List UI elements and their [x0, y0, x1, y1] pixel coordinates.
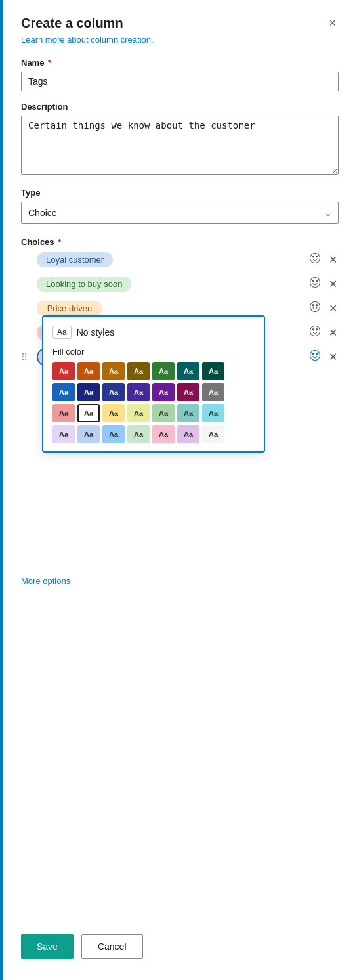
- svg-point-4: [312, 280, 314, 282]
- color-swatch[interactable]: Aa: [77, 362, 100, 380]
- name-input[interactable]: [21, 72, 339, 91]
- name-field-group: Name *: [21, 58, 339, 102]
- type-label: Type: [21, 188, 339, 198]
- color-swatch[interactable]: Aa: [102, 383, 125, 401]
- color-swatch[interactable]: Aa: [202, 362, 224, 380]
- delete-choice-button[interactable]: ✕: [327, 252, 339, 267]
- color-swatch[interactable]: Aa: [102, 404, 125, 422]
- color-swatch[interactable]: Aa: [52, 383, 75, 401]
- delete-choice-button[interactable]: ✕: [327, 349, 339, 365]
- type-field-group: Type Choice Text Number Date Person ⌄: [21, 188, 339, 224]
- choice-actions: ✕: [308, 275, 339, 293]
- color-swatch[interactable]: Aa: [202, 383, 224, 401]
- color-swatch[interactable]: Aa: [127, 404, 150, 422]
- color-swatch[interactable]: Aa: [127, 383, 150, 401]
- color-swatch[interactable]: Aa: [52, 362, 75, 380]
- svg-point-5: [316, 280, 318, 282]
- color-swatch[interactable]: Aa: [177, 404, 200, 422]
- color-swatch[interactable]: Aa: [77, 425, 100, 443]
- color-swatch[interactable]: Aa: [177, 383, 200, 401]
- color-swatch[interactable]: Aa: [177, 425, 200, 443]
- color-swatch[interactable]: Aa: [102, 425, 125, 443]
- svg-point-10: [312, 329, 314, 330]
- color-row: Aa Aa Aa Aa Aa Aa Aa: [52, 404, 255, 422]
- fill-color-label: Fill color: [52, 347, 255, 357]
- svg-point-7: [312, 305, 314, 306]
- drag-handle-icon[interactable]: ⠿: [21, 352, 30, 363]
- color-swatch[interactable]: Aa: [102, 362, 125, 380]
- svg-point-11: [316, 329, 318, 330]
- color-grid: Aa Aa Aa Aa Aa Aa Aa Aa Aa Aa Aa Aa Aa A…: [52, 362, 255, 443]
- choices-section: Choices * ⠿ Loyal customer ✕ ⠿ Looking t…: [21, 237, 339, 366]
- choice-row: ⠿ Price driven ✕: [21, 300, 339, 317]
- palette-icon-button[interactable]: [308, 251, 322, 269]
- color-swatch[interactable]: Aa: [202, 425, 224, 443]
- type-select-wrapper: Choice Text Number Date Person ⌄: [21, 202, 339, 224]
- color-swatch[interactable]: Aa: [177, 362, 200, 380]
- palette-icon-button[interactable]: [308, 275, 322, 293]
- choice-tag[interactable]: Looking to buy soon: [37, 277, 131, 292]
- panel-title: Create a column: [21, 16, 123, 31]
- choice-tag[interactable]: Loyal customer: [37, 252, 113, 267]
- color-swatch[interactable]: Aa: [152, 404, 175, 422]
- svg-point-8: [316, 305, 318, 306]
- choice-tag[interactable]: Price driven: [37, 301, 102, 316]
- choice-row: ⠿ Loyal customer ✕: [21, 251, 339, 269]
- svg-point-2: [316, 256, 318, 257]
- no-styles-label: No styles: [77, 327, 115, 338]
- panel-header: Create a column ×: [21, 16, 339, 31]
- color-swatch[interactable]: Aa: [77, 383, 100, 401]
- svg-point-14: [316, 353, 318, 355]
- name-label: Name *: [21, 58, 339, 68]
- cancel-button[interactable]: Cancel: [81, 934, 143, 959]
- delete-choice-button[interactable]: ✕: [327, 277, 339, 292]
- choice-actions: ✕: [308, 251, 339, 269]
- bottom-actions: Save Cancel: [21, 934, 143, 959]
- svg-point-1: [312, 256, 314, 257]
- color-swatch[interactable]: Aa: [127, 362, 150, 380]
- svg-point-9: [310, 326, 320, 336]
- svg-point-3: [310, 278, 320, 288]
- svg-point-0: [310, 254, 320, 263]
- delete-choice-button[interactable]: ✕: [327, 325, 339, 340]
- choice-actions: ✕: [308, 324, 339, 342]
- choices-required-indicator: *: [56, 237, 62, 247]
- color-row: Aa Aa Aa Aa Aa Aa Aa: [52, 383, 255, 401]
- choice-row: ⠿ Looking to buy soon ✕: [21, 275, 339, 293]
- color-swatch[interactable]: Aa: [202, 404, 224, 422]
- color-swatch[interactable]: Aa: [127, 425, 150, 443]
- no-styles-row: Aa No styles: [52, 326, 255, 339]
- create-column-panel: Create a column × Learn more about colum…: [0, 0, 357, 980]
- svg-point-12: [310, 351, 320, 361]
- close-button[interactable]: ×: [326, 16, 339, 30]
- color-swatch[interactable]: Aa: [52, 425, 75, 443]
- delete-choice-button[interactable]: ✕: [327, 301, 339, 316]
- color-picker-popup: Aa No styles Fill color Aa Aa Aa Aa Aa A…: [42, 315, 265, 453]
- no-styles-box[interactable]: Aa: [52, 326, 72, 339]
- type-select[interactable]: Choice Text Number Date Person: [21, 202, 339, 224]
- color-row: Aa Aa Aa Aa Aa Aa Aa: [52, 425, 255, 443]
- choice-actions: ✕: [308, 348, 339, 366]
- description-input[interactable]: Certain things we know about the custome…: [21, 116, 339, 175]
- choice-actions: ✕: [308, 300, 339, 317]
- save-button[interactable]: Save: [21, 934, 74, 959]
- choices-label: Choices *: [21, 237, 339, 247]
- learn-more-link[interactable]: Learn more about column creation.: [21, 35, 339, 45]
- svg-point-13: [312, 353, 314, 355]
- color-swatch[interactable]: Aa: [152, 425, 175, 443]
- palette-icon-button[interactable]: [308, 300, 322, 317]
- color-swatch[interactable]: Aa: [152, 383, 175, 401]
- name-required-indicator: *: [45, 58, 51, 68]
- color-row: Aa Aa Aa Aa Aa Aa Aa: [52, 362, 255, 380]
- description-label: Description: [21, 102, 339, 112]
- description-field-group: Description Certain things we know about…: [21, 102, 339, 188]
- palette-icon-button[interactable]: [308, 324, 322, 342]
- svg-point-6: [310, 302, 320, 312]
- more-options-link[interactable]: More options: [21, 576, 339, 586]
- color-swatch-selected[interactable]: Aa: [77, 404, 100, 422]
- color-swatch[interactable]: Aa: [152, 362, 175, 380]
- palette-icon-button-active[interactable]: [308, 348, 322, 366]
- color-swatch[interactable]: Aa: [52, 404, 75, 422]
